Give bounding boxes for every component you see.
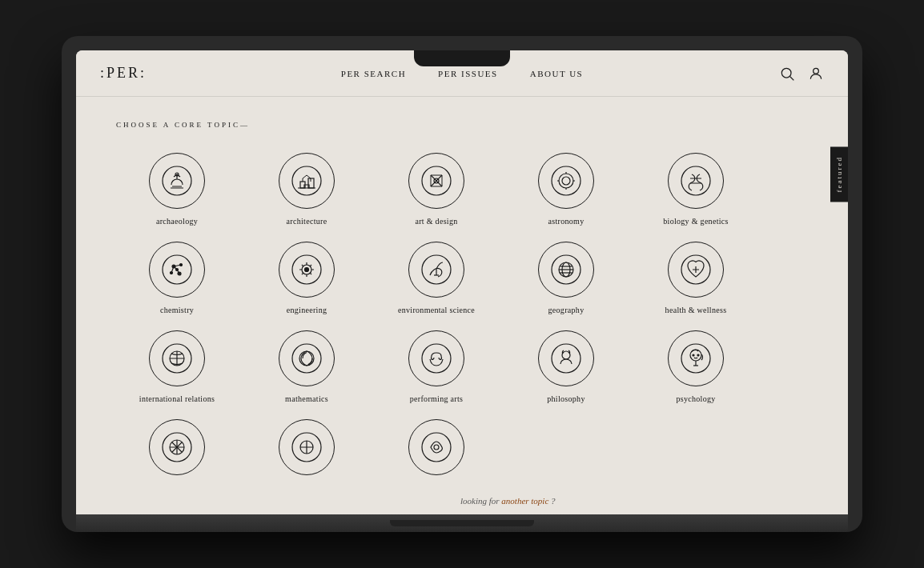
international-relations-icon [149, 330, 205, 386]
topic-environmental-science[interactable]: environmental science [376, 242, 497, 314]
nav-per-issues[interactable]: PER ISSUES [438, 69, 498, 78]
nav-icons [779, 66, 824, 82]
engineering-icon [279, 242, 335, 298]
nav-about-us[interactable]: ABOUT US [530, 69, 584, 78]
topic-biology-genetics[interactable]: biology & genetics [635, 153, 757, 226]
svg-point-10 [552, 166, 581, 195]
mathematics-icon [279, 330, 335, 386]
main-content: CHOOSE A CORE TOPIC— [76, 97, 848, 514]
environmental-science-icon [408, 242, 464, 298]
row4-3-icon [408, 419, 464, 475]
laptop-hinge [390, 520, 534, 526]
nav-per-search[interactable]: PER SEARCH [341, 69, 406, 78]
topic-label-engineering: engineering [287, 306, 327, 314]
archaeology-icon [149, 153, 205, 209]
topic-architecture[interactable]: architecture [246, 153, 368, 226]
topic-astronomy[interactable]: astronomy [505, 153, 627, 226]
topic-label-art-design: art & design [415, 217, 457, 226]
topic-geography[interactable]: geography [505, 242, 627, 314]
user-icon[interactable] [808, 66, 824, 82]
topic-label-archaeology: archaeology [156, 217, 198, 226]
row4-1-icon [149, 419, 205, 475]
svg-point-43 [292, 344, 321, 373]
performing-arts-icon [408, 330, 464, 386]
astronomy-icon [538, 153, 594, 209]
topic-engineering[interactable]: engineering [246, 242, 368, 314]
svg-point-0 [781, 68, 791, 78]
topics-grid: archaeology architecture [116, 153, 757, 483]
search-icon[interactable] [779, 66, 795, 82]
topic-row4-2[interactable] [246, 419, 368, 483]
topic-archaeology[interactable]: archaeology [116, 153, 238, 226]
health-wellness-icon [668, 242, 724, 298]
svg-point-5 [292, 166, 321, 195]
topic-label-architecture: architecture [287, 217, 327, 226]
architecture-icon [279, 153, 335, 209]
topic-label-performing-arts: performing arts [410, 394, 463, 403]
topic-label-international-relations: international relations [139, 394, 215, 403]
topic-philosophy[interactable]: philosophy [505, 330, 627, 403]
topic-row4-3[interactable] [376, 419, 497, 483]
browser-screen: :PER: PER SEARCH PER ISSUES ABOUT US fea… [76, 50, 848, 514]
topic-health-wellness[interactable]: health & wellness [635, 242, 757, 314]
topic-art-design[interactable]: art & design [376, 153, 497, 226]
logo: :PER: [100, 65, 147, 82]
svg-point-56 [422, 433, 451, 462]
svg-point-50 [693, 354, 694, 356]
topic-label-geography: geography [548, 306, 585, 314]
laptop-container: :PER: PER SEARCH PER ISSUES ABOUT US fea… [62, 36, 862, 532]
svg-point-17 [681, 166, 710, 195]
chemistry-icon [149, 242, 205, 298]
svg-point-51 [697, 354, 699, 356]
svg-point-3 [163, 166, 191, 195]
another-topic-link[interactable]: another topic [501, 496, 548, 506]
philosophy-icon [538, 330, 594, 386]
looking-for: looking for another topic ? [460, 496, 808, 506]
topic-psychology[interactable]: psychology [635, 330, 757, 403]
topic-label-chemistry: chemistry [160, 306, 194, 314]
topic-label-biology-genetics: biology & genetics [663, 217, 729, 226]
nav-links: PER SEARCH PER ISSUES ABOUT US [341, 69, 583, 78]
biology-icon [668, 153, 724, 209]
topic-performing-arts[interactable]: performing arts [376, 330, 497, 403]
geography-icon [538, 242, 594, 298]
svg-point-2 [814, 68, 819, 74]
topic-label-psychology: psychology [676, 394, 715, 403]
topic-international-relations[interactable]: international relations [116, 330, 238, 403]
topic-label-philosophy: philosophy [547, 394, 585, 403]
svg-point-12 [562, 177, 570, 185]
svg-point-47 [562, 351, 570, 359]
art-design-icon [408, 153, 464, 209]
svg-line-1 [790, 76, 794, 80]
svg-point-46 [552, 344, 581, 373]
topic-mathematics[interactable]: mathematics [246, 330, 368, 403]
topic-label-environmental-science: environmental science [398, 306, 475, 314]
topic-label-mathematics: mathematics [285, 394, 328, 403]
psychology-icon [668, 330, 724, 386]
section-title: CHOOSE A CORE TOPIC— [116, 121, 808, 129]
topic-row4-1[interactable] [116, 419, 238, 483]
laptop-base [76, 514, 848, 532]
featured-tab[interactable]: featured [830, 146, 848, 202]
topic-label-health-wellness: health & wellness [665, 306, 727, 314]
row4-2-icon [279, 419, 335, 475]
topic-label-astronomy: astronomy [548, 217, 585, 226]
svg-point-57 [434, 445, 439, 450]
svg-point-45 [422, 344, 451, 373]
svg-point-32 [305, 268, 309, 272]
svg-point-44 [299, 351, 314, 366]
svg-point-11 [559, 174, 573, 188]
topic-chemistry[interactable]: chemistry [116, 242, 238, 314]
camera-notch [414, 50, 510, 66]
